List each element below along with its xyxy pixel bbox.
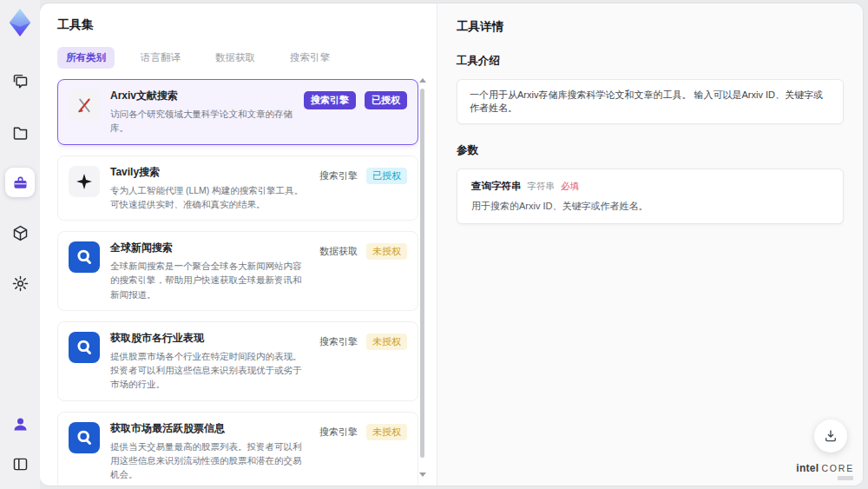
tool-intro-box: 一个用于从Arxiv存储库搜索科学论文和文章的工具。 输入可以是Arxiv ID… — [457, 79, 844, 124]
tab-0[interactable]: 所有类别 — [57, 47, 115, 69]
profile-icon — [11, 415, 30, 433]
page-title: 工具集 — [57, 17, 418, 33]
params-heading: 参数 — [457, 143, 844, 158]
tool-icon — [69, 241, 100, 273]
tab-2[interactable]: 数据获取 — [207, 47, 264, 69]
tool-status-badge: 已授权 — [366, 168, 407, 184]
parameter-card: 查询字符串 字符串 必填 用于搜索的Arxiv ID、关键字或作者姓名。 — [457, 169, 844, 224]
sidebar-item-settings[interactable] — [5, 268, 35, 298]
tool-list-item[interactable]: 全球新闻搜索 全球新闻搜索是一个聚合全球各大新闻网站内容的搜索引擎，帮助用户快速… — [57, 231, 418, 311]
tool-icon — [69, 89, 100, 121]
tool-detail-panel: 工具详情 工具介绍 一个用于从Arxiv存储库搜索科学论文和文章的工具。 输入可… — [437, 3, 863, 486]
scroll-down-arrow-icon[interactable] — [419, 472, 426, 477]
tool-icon — [69, 422, 100, 453]
tab-3[interactable]: 搜索引擎 — [281, 47, 339, 69]
news-search-icon — [73, 336, 95, 359]
scrollbar-thumb[interactable] — [420, 89, 424, 458]
tool-category-label: 搜索引擎 — [319, 335, 358, 348]
sidebar-item-profile[interactable] — [5, 409, 35, 439]
tool-category-label: 数据获取 — [319, 245, 358, 258]
tool-category-label: 搜索引擎 — [304, 91, 356, 109]
sidebar-toggle-icon — [11, 455, 30, 473]
toolbox-icon — [11, 174, 30, 192]
sidebar-item-chat[interactable] — [5, 67, 35, 96]
tool-list-item[interactable]: Arxiv文献搜索 访问各个研究领域大量科学论文和文章的存储库。 搜索引擎 已授… — [57, 79, 418, 145]
intel-ultra-mark — [838, 476, 853, 480]
tool-description: 访问各个研究领域大量科学论文和文章的存储库。 — [110, 107, 293, 135]
tool-list: Arxiv文献搜索 访问各个研究领域大量科学论文和文章的存储库。 搜索引擎 已授… — [57, 79, 418, 486]
tool-description: 提供当天交易量最高的股票列表。投资者可以利用这些信息来识别流动性强的股票和潜在的… — [110, 439, 309, 482]
arxiv-logo-icon — [73, 94, 95, 116]
parameter-type: 字符串 — [528, 181, 556, 193]
tool-list-item[interactable]: 获取市场最活跃股票信息 提供当天交易量最高的股票列表。投资者可以利用这些信息来识… — [57, 412, 418, 486]
download-button[interactable] — [814, 420, 847, 453]
tool-title: 全球新闻搜索 — [110, 241, 309, 255]
app-logo-icon — [7, 8, 33, 37]
tool-icon — [69, 166, 100, 197]
tab-1[interactable]: 语言翻译 — [132, 47, 189, 69]
tool-title: Tavily搜索 — [110, 165, 309, 180]
intro-heading: 工具介绍 — [457, 54, 844, 69]
gear-icon — [11, 274, 30, 293]
tool-title: 获取股市各行业表现 — [110, 331, 309, 346]
tool-title: 获取市场最活跃股票信息 — [110, 421, 309, 436]
tool-list-item[interactable]: Tavily搜索 专为人工智能代理 (LLM) 构建的搜索引擎工具。可快速提供实… — [57, 155, 418, 221]
download-icon — [823, 428, 838, 444]
sidebar-item-files[interactable] — [5, 117, 35, 147]
tool-status-badge: 已授权 — [365, 91, 407, 109]
tool-status-badge: 未授权 — [366, 243, 407, 260]
tool-description: 全球新闻搜索是一个聚合全球各大新闻网站内容的搜索引擎，帮助用户快速获取全球最新资… — [110, 259, 309, 301]
detail-title: 工具详情 — [457, 19, 844, 35]
tool-list-item[interactable]: 获取股市各行业表现 提供股票市场各个行业在特定时间段内的表现。投资者可以利用这些… — [57, 321, 418, 401]
intel-core-logo: intel core — [796, 462, 854, 480]
package-icon — [11, 224, 30, 242]
tools-panel: 工具集 所有类别语言翻译数据获取搜索引擎 Arxiv文献搜索 访问各个研究领域大… — [40, 3, 436, 486]
sidebar-toggle[interactable] — [5, 449, 35, 479]
sparkle-icon — [73, 170, 95, 193]
scroll-up-arrow-icon[interactable] — [419, 78, 426, 83]
app-rail — [0, 0, 40, 489]
intel-wordmark: intel — [796, 462, 819, 474]
tool-status-badge: 未授权 — [366, 334, 407, 350]
chat-icon — [11, 73, 30, 91]
tool-title: Arxiv文献搜索 — [110, 89, 293, 103]
sidebar-item-packages[interactable] — [5, 218, 35, 248]
main-panel: 工具集 所有类别语言翻译数据获取搜索引擎 Arxiv文献搜索 访问各个研究领域大… — [40, 3, 863, 486]
category-tabs: 所有类别语言翻译数据获取搜索引擎 — [57, 47, 418, 69]
tool-icon — [69, 332, 100, 363]
tool-status-badge: 未授权 — [366, 424, 407, 440]
tool-category-label: 搜索引擎 — [319, 426, 358, 439]
news-search-icon — [73, 426, 95, 449]
tool-description: 提供股票市场各个行业在特定时间段内的表现。投资者可以利用这些信息来识别表现优于或… — [110, 349, 309, 392]
news-search-icon — [73, 246, 95, 268]
sidebar-item-tools[interactable] — [5, 168, 35, 197]
folder-icon — [11, 123, 30, 142]
parameter-name: 查询字符串 — [471, 180, 522, 193]
tool-description: 专为人工智能代理 (LLM) 构建的搜索引擎工具。可快速提供实时、准确和真实的结… — [110, 183, 309, 212]
tool-list-scrollbar[interactable] — [418, 78, 427, 479]
parameter-required-badge: 必填 — [561, 181, 579, 193]
parameter-description: 用于搜索的Arxiv ID、关键字或作者姓名。 — [471, 200, 829, 213]
core-wordmark: core — [821, 463, 854, 473]
tool-category-label: 搜索引擎 — [319, 169, 358, 182]
